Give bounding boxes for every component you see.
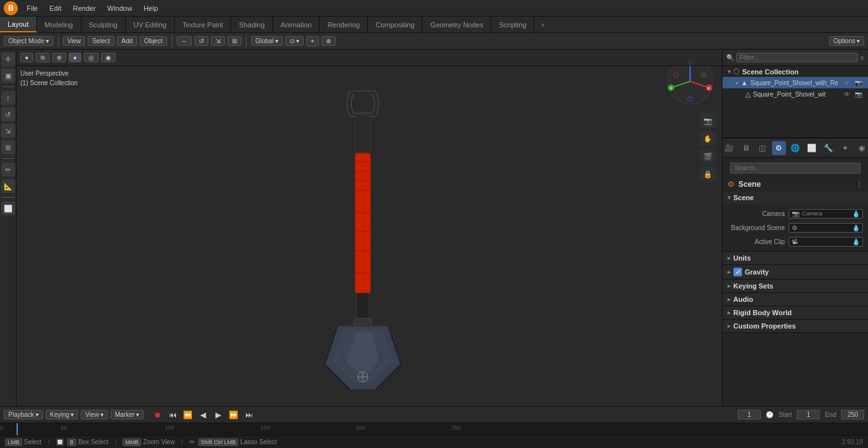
measure-tool[interactable]: 📐: [1, 179, 15, 193]
jump-end-btn[interactable]: ⏭: [243, 409, 255, 421]
scene-section-header[interactable]: ▾ Scene: [722, 191, 868, 204]
transform-space[interactable]: Global ▾: [251, 36, 283, 46]
prop-icon-object[interactable]: ⬜: [805, 141, 819, 155]
prop-icon-view-layer[interactable]: ◫: [756, 141, 770, 155]
lock-btn[interactable]: 🔒: [700, 166, 715, 182]
tab-sculpting[interactable]: Sculpting: [81, 17, 126, 32]
prop-icon-modifier[interactable]: 🔧: [822, 141, 836, 155]
transform-tool-left[interactable]: ⊞: [1, 140, 15, 154]
viewport-gizmo-toggle[interactable]: ⊕: [52, 53, 66, 62]
custom-props-header[interactable]: ▸ Custom Properties: [722, 320, 868, 332]
transform-tool[interactable]: ⊞: [227, 36, 241, 46]
add-cube-tool[interactable]: ⬜: [1, 201, 15, 215]
camera-btn2[interactable]: 🎬: [700, 149, 715, 164]
outliner-search-input[interactable]: [736, 53, 858, 62]
timeline-ruler[interactable]: 0 50 100 150 200 250: [0, 423, 868, 435]
playback-menu[interactable]: Playback ▾: [4, 410, 43, 419]
select-tool[interactable]: ▣: [1, 69, 15, 83]
outliner-filter-icon[interactable]: ≡: [860, 54, 864, 62]
object-menu[interactable]: Object: [140, 36, 167, 46]
render-icon-1[interactable]: 📷: [854, 78, 863, 87]
prop-icon-scene[interactable]: ⚙: [772, 141, 786, 155]
scale-tool[interactable]: ⇲: [211, 36, 225, 46]
current-frame-input[interactable]: 1: [738, 410, 761, 419]
marker-menu[interactable]: Marker ▾: [111, 410, 144, 419]
viewport-shading-selector[interactable]: ●: [20, 53, 33, 62]
jump-start-btn[interactable]: ⏮: [166, 409, 179, 421]
timeline-view-menu[interactable]: View ▾: [81, 410, 108, 419]
snap-toggle[interactable]: ⌖: [306, 36, 319, 46]
scale-tool-left[interactable]: ⇲: [1, 124, 15, 138]
units-section-header[interactable]: ▸ Units: [722, 252, 868, 264]
menu-file[interactable]: File: [22, 3, 43, 13]
prop-icon-output[interactable]: 🖥: [739, 141, 753, 155]
tab-compositing[interactable]: Compositing: [368, 17, 423, 32]
camera-eyedropper[interactable]: 💧: [852, 210, 860, 217]
step-back-btn[interactable]: ⏪: [182, 409, 194, 421]
rigid-body-section-header[interactable]: ▸ Rigid Body World: [722, 306, 868, 319]
view-menu[interactable]: View: [63, 36, 86, 46]
cursor-tool[interactable]: ✛: [1, 52, 15, 66]
outliner-item-shovel-armature[interactable]: ▾ ▲ Square_Point_Shovel_with_Re 👁 📷: [722, 77, 868, 88]
viewport-overlay-toggle[interactable]: ⊚: [36, 53, 50, 62]
pivot-point[interactable]: ⊙ ▾: [285, 36, 304, 46]
tab-shading[interactable]: Shading: [231, 17, 273, 32]
tab-rendering[interactable]: Rendering: [320, 17, 368, 32]
move-tool[interactable]: ↔: [177, 36, 192, 46]
keying-sets-section-header[interactable]: ▸ Keying Sets: [722, 280, 868, 292]
properties-search-input[interactable]: [730, 163, 860, 173]
camera-value[interactable]: 📷 Camera 💧: [789, 209, 863, 219]
gravity-checkbox[interactable]: ✓: [733, 268, 742, 276]
menu-help[interactable]: Help: [139, 3, 163, 13]
play-back-btn[interactable]: ◀: [197, 409, 210, 421]
menu-render[interactable]: Render: [68, 3, 101, 13]
prop-icon-particles[interactable]: ✦: [838, 141, 852, 155]
shading-mode-material[interactable]: ◎: [84, 53, 98, 62]
annotate-tool[interactable]: ✏: [1, 163, 15, 177]
add-menu[interactable]: Add: [117, 36, 137, 46]
visibility-icon-2[interactable]: 👁: [843, 90, 851, 98]
prop-icon-world[interactable]: 🌐: [789, 141, 803, 155]
tab-scripting[interactable]: Scripting: [491, 17, 534, 32]
step-fwd-btn[interactable]: ⏩: [227, 409, 240, 421]
gravity-section-header[interactable]: ▸ ✓ Gravity: [722, 265, 868, 279]
mode-selector[interactable]: Object Mode ▾: [4, 36, 53, 46]
tab-animation[interactable]: Animation: [273, 17, 320, 32]
active-clip-eyedropper[interactable]: 💧: [852, 238, 860, 245]
prop-icon-render[interactable]: 🎥: [722, 141, 736, 155]
hand-pan-btn[interactable]: ✋: [700, 131, 715, 146]
rotate-tool-left[interactable]: ↺: [1, 107, 15, 121]
background-scene-value[interactable]: ⚙ 💧: [789, 223, 863, 233]
tab-layout[interactable]: Layout: [0, 17, 37, 32]
end-frame-input[interactable]: 250: [841, 410, 864, 419]
move-tool-left[interactable]: ↕: [1, 91, 15, 105]
shading-mode-render[interactable]: ◉: [101, 53, 116, 62]
proportional-edit[interactable]: ⊕: [322, 36, 336, 46]
background-scene-eyedropper[interactable]: 💧: [852, 224, 860, 231]
tab-texture-paint[interactable]: Texture Paint: [175, 17, 231, 32]
shading-mode-solid[interactable]: ●: [69, 53, 81, 62]
tab-geometry-nodes[interactable]: Geometry Nodes: [423, 17, 491, 32]
prop-icon-physics[interactable]: ◉: [855, 141, 869, 155]
options-button[interactable]: Options ▾: [829, 36, 864, 46]
menu-edit[interactable]: Edit: [44, 3, 67, 13]
menu-window[interactable]: Window: [102, 3, 137, 13]
play-btn[interactable]: ▶: [212, 409, 225, 421]
tab-add-button[interactable]: +: [534, 18, 551, 31]
record-btn[interactable]: ⏺: [151, 409, 164, 421]
scene-panel-options[interactable]: ⋮: [856, 180, 863, 189]
select-menu[interactable]: Select: [88, 36, 114, 46]
active-clip-value[interactable]: 📽 💧: [789, 237, 863, 247]
scene-collection-item[interactable]: ▾ ⬡ Scene Collection: [722, 66, 868, 77]
rotate-tool[interactable]: ↺: [194, 36, 208, 46]
visibility-icon-1[interactable]: 👁: [843, 78, 851, 87]
viewport-3d[interactable]: ● ⊚ ⊕ ● ◎ ◉ User Perspective (1) Scene C…: [17, 50, 722, 406]
camera-view-btn[interactable]: 📷: [700, 113, 715, 128]
audio-section-header[interactable]: ▸ Audio: [722, 293, 868, 306]
outliner-item-shovel-mesh[interactable]: △ Square_Point_Shovel_wit 👁 📷: [722, 88, 868, 100]
tab-modeling[interactable]: Modeling: [37, 17, 81, 32]
render-icon-2[interactable]: 📷: [854, 90, 863, 98]
start-frame-input[interactable]: 1: [797, 410, 820, 419]
keying-menu[interactable]: Keying ▾: [46, 410, 79, 419]
tab-uv-editing[interactable]: UV Editing: [126, 17, 175, 32]
